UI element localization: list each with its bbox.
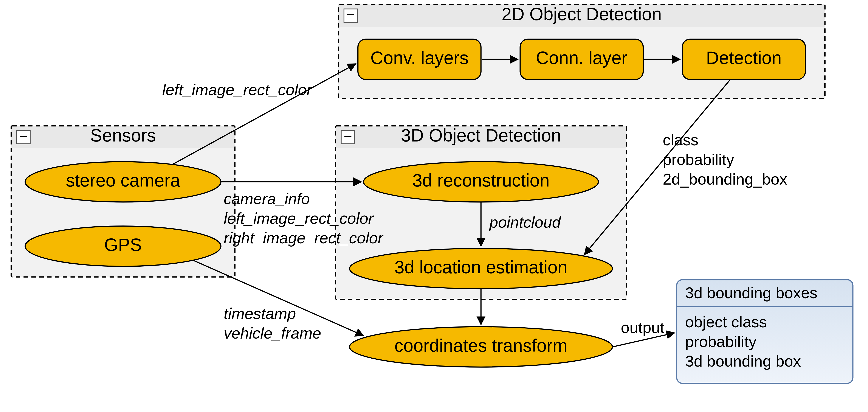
edge-cam-to-3d-l3: right_image_rect_color bbox=[224, 229, 383, 246]
edge-cam-to-3d-l2: left_image_rect_color bbox=[224, 210, 374, 227]
group-3d-title: 3D Object Detection bbox=[401, 125, 561, 145]
output-box-line1: object class bbox=[685, 313, 767, 331]
collapse-button-sensors[interactable]: − bbox=[17, 128, 30, 144]
output-box-line3: 3d bounding box bbox=[685, 352, 801, 370]
node-conv-layers-label: Conv. layers bbox=[371, 48, 469, 68]
minus-icon: − bbox=[346, 6, 355, 23]
edge-gps-to-xform-l1: timestamp bbox=[224, 305, 296, 322]
edge-det-to-loc-l2: probability bbox=[663, 151, 734, 168]
edge-xform-to-output-label: output bbox=[621, 319, 664, 336]
edge-det-to-loc-l3: 2d_bounding_box bbox=[663, 170, 787, 188]
node-coord-xform-label: coordinates transform bbox=[394, 335, 567, 356]
collapse-button-3d[interactable]: − bbox=[341, 128, 354, 144]
edge-recon-to-loc-label: pointcloud bbox=[489, 213, 561, 231]
group-3d-detection: − 3D Object Detection 3d reconstruction … bbox=[336, 125, 626, 299]
diagram-canvas: − Sensors stereo camera GPS − 2D Object … bbox=[0, 0, 868, 411]
output-box-title: 3d bounding boxes bbox=[685, 284, 817, 301]
collapse-button-2d[interactable]: − bbox=[344, 6, 358, 23]
edge-cam-to-3d-l1: camera_info bbox=[224, 190, 310, 207]
minus-icon: − bbox=[19, 128, 28, 144]
group-sensors-title: Sensors bbox=[90, 125, 156, 145]
minus-icon: − bbox=[344, 128, 352, 144]
output-box-line2: probability bbox=[685, 333, 756, 350]
node-conn-layer-label: Conn. layer bbox=[536, 48, 627, 68]
edge-cam-to-2d bbox=[173, 64, 355, 164]
edge-gps-to-xform-l2: vehicle_frame bbox=[224, 324, 321, 342]
node-gps-label: GPS bbox=[104, 235, 142, 255]
edge-cam-to-2d-label: left_image_rect_color bbox=[162, 81, 312, 98]
node-detection-label: Detection bbox=[706, 48, 782, 68]
output-box: 3d bounding boxes object class probabili… bbox=[677, 280, 853, 383]
node-3d-loc-label: 3d location estimation bbox=[394, 257, 567, 277]
node-stereo-camera-label: stereo camera bbox=[66, 170, 180, 190]
node-3d-reconstruction-label: 3d reconstruction bbox=[412, 170, 550, 190]
group-2d-title: 2D Object Detection bbox=[502, 4, 662, 24]
group-2d-detection: − 2D Object Detection Conv. layers Conn.… bbox=[338, 4, 825, 99]
edge-det-to-loc-l1: class bbox=[663, 131, 699, 149]
